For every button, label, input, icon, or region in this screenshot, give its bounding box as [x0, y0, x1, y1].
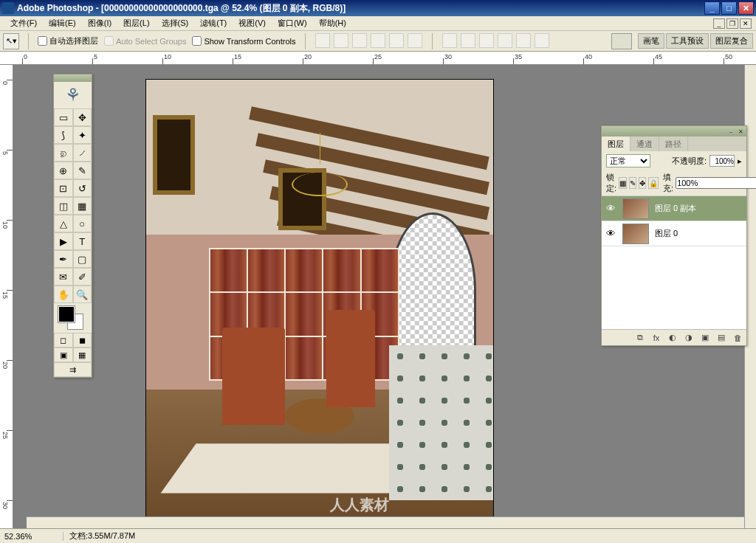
path-select-tool[interactable]: ▶ [54, 232, 73, 250]
ruler-vertical[interactable]: 05101520253035 [0, 65, 13, 543]
menu-view[interactable]: 视图(V) [233, 16, 272, 30]
menu-window[interactable]: 窗口(W) [272, 16, 313, 30]
distribute-hcenter-button[interactable] [516, 33, 531, 48]
doc-minimize-button[interactable]: _ [713, 18, 725, 29]
palette-toolpresets-tab[interactable]: 工具预设 [666, 33, 709, 49]
layers-panel[interactable]: – ✕ 图层 通道 路径 正常 不透明度: ▸ 锁定: ▦ ✎ ✥ 🔒 填充: … [601, 125, 747, 346]
crop-tool[interactable]: ⟄ [54, 144, 73, 162]
doc-size-label[interactable]: 文档:3.55M/7.87M [63, 530, 135, 542]
foreground-color-swatch[interactable] [58, 306, 75, 322]
layer-name[interactable]: 图层 0 副本 [652, 203, 746, 214]
menu-image[interactable]: 图像(I) [82, 16, 117, 30]
layer-style-icon[interactable]: fx [650, 332, 662, 344]
panel-minimize-icon[interactable]: – [727, 128, 735, 135]
new-layer-icon[interactable]: ▤ [715, 332, 727, 344]
menu-help[interactable]: 帮助(H) [313, 16, 352, 30]
delete-layer-icon[interactable]: 🗑 [732, 332, 743, 344]
shape-tool[interactable]: ▢ [73, 250, 92, 268]
hand-tool[interactable]: ✋ [54, 286, 73, 303]
layer-name[interactable]: 图层 0 [652, 228, 746, 239]
healing-tool[interactable]: ⊕ [54, 162, 73, 179]
gradient-tool[interactable]: ▦ [73, 197, 92, 215]
link-layers-icon[interactable]: ⧉ [634, 332, 646, 344]
stamp-tool[interactable]: ⊡ [54, 179, 73, 197]
layer-thumbnail[interactable] [622, 224, 649, 244]
auto-select-groups-checkbox[interactable]: Auto Select Groups [104, 36, 186, 46]
group-icon[interactable]: ▣ [699, 332, 711, 344]
close-button[interactable]: ✕ [738, 1, 754, 15]
layer-row[interactable]: 👁 图层 0 [602, 221, 746, 246]
quickmask-on-button[interactable]: ◼ [73, 333, 92, 347]
lock-pixels-button[interactable]: ✎ [629, 177, 636, 189]
opacity-input[interactable] [709, 155, 735, 167]
brush-tool[interactable]: ✎ [73, 162, 92, 179]
notes-tool[interactable]: ✉ [54, 268, 73, 286]
color-swatches[interactable] [54, 303, 92, 333]
tab-paths[interactable]: 路径 [659, 136, 688, 151]
pen-tool[interactable]: ✒ [54, 250, 73, 268]
distribute-right-button[interactable] [535, 33, 549, 48]
jump-to-button[interactable]: ⇉ [54, 362, 92, 377]
document-canvas[interactable]: 人人素材 [146, 80, 493, 522]
lock-transparency-button[interactable]: ▦ [619, 177, 627, 189]
adjustment-layer-icon[interactable]: ◑ [683, 332, 695, 344]
dodge-tool[interactable]: ○ [73, 215, 92, 232]
quickmask-off-button[interactable]: ◻ [54, 333, 73, 347]
panel-close-icon[interactable]: ✕ [737, 128, 744, 135]
lock-all-button[interactable]: 🔒 [648, 177, 659, 189]
auto-select-layer-checkbox[interactable]: 自动选择图层 [38, 35, 98, 46]
visibility-icon[interactable]: 👁 [602, 228, 619, 239]
palette-brushes-tab[interactable]: 画笔 [638, 33, 664, 49]
doc-restore-button[interactable]: ❐ [726, 18, 738, 29]
zoom-field[interactable]: 52.36% [4, 532, 63, 541]
opacity-flyout-icon[interactable]: ▸ [738, 156, 742, 166]
fill-input[interactable] [676, 177, 756, 189]
scrollbar-horizontal[interactable] [27, 516, 744, 528]
toolbox[interactable]: ⚘ ▭ ✥ ⟆ ✦ ⟄ ⟋ ⊕ ✎ ⊡ ↺ ◫ ▦ △ ○ ▶ T ✒ ▢ ✉ … [53, 74, 92, 378]
screenmode-standard-button[interactable]: ▣ [54, 347, 73, 362]
eraser-tool[interactable]: ◫ [54, 197, 73, 215]
menu-edit[interactable]: 编辑(E) [43, 16, 82, 30]
menu-file[interactable]: 文件(F) [4, 16, 43, 30]
lock-position-button[interactable]: ✥ [639, 177, 646, 189]
panel-header[interactable]: – ✕ [602, 126, 746, 136]
slice-tool[interactable]: ⟋ [73, 144, 92, 162]
distribute-top-button[interactable] [442, 33, 457, 48]
magic-wand-tool[interactable]: ✦ [73, 126, 92, 144]
minimize-button[interactable]: _ [704, 1, 720, 15]
marquee-tool[interactable]: ▭ [54, 108, 73, 126]
blur-tool[interactable]: △ [54, 215, 73, 232]
align-vcenter-button[interactable] [334, 33, 348, 48]
align-top-button[interactable] [315, 33, 330, 48]
visibility-icon[interactable]: 👁 [602, 203, 619, 214]
distribute-bottom-button[interactable] [479, 33, 494, 48]
screenmode-full-button[interactable]: ▦ [73, 347, 92, 362]
maximize-button[interactable]: □ [721, 1, 737, 15]
align-hcenter-button[interactable] [389, 33, 404, 48]
show-transform-checkbox[interactable]: Show Transform Controls [192, 36, 295, 46]
history-brush-tool[interactable]: ↺ [73, 179, 92, 197]
layer-mask-icon[interactable]: ◐ [667, 332, 678, 344]
align-right-button[interactable] [408, 33, 422, 48]
layer-row[interactable]: 👁 图层 0 副本 [602, 196, 746, 221]
palette-well-icon[interactable] [611, 33, 632, 49]
blend-mode-select[interactable]: 正常 [606, 154, 650, 167]
menu-layer[interactable]: 图层(L) [117, 16, 155, 30]
menu-select[interactable]: 选择(S) [156, 16, 195, 30]
type-tool[interactable]: T [73, 232, 92, 250]
align-bottom-button[interactable] [352, 33, 367, 48]
move-tool-preset-icon[interactable]: ↖▾ [3, 33, 19, 49]
toolbox-header[interactable] [54, 75, 92, 82]
distribute-vcenter-button[interactable] [461, 33, 475, 48]
eyedropper-tool[interactable]: ✐ [73, 268, 92, 286]
zoom-tool[interactable]: 🔍 [73, 286, 92, 303]
doc-close-button[interactable]: ✕ [740, 18, 752, 29]
layer-thumbnail[interactable] [622, 198, 649, 219]
tab-channels[interactable]: 通道 [630, 136, 659, 151]
ruler-horizontal[interactable]: 05101520253035404550 [0, 52, 756, 65]
align-left-button[interactable] [371, 33, 385, 48]
palette-layercomps-tab[interactable]: 图层复合 [710, 33, 753, 49]
distribute-left-button[interactable] [498, 33, 512, 48]
menu-filter[interactable]: 滤镜(T) [194, 16, 233, 30]
lasso-tool[interactable]: ⟆ [54, 126, 73, 144]
